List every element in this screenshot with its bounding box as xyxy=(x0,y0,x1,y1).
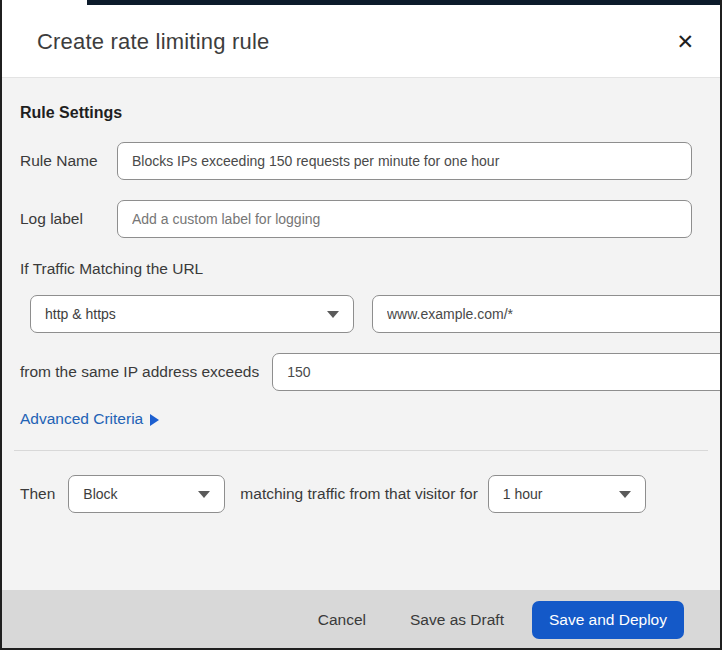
action-middle-label: matching traffic from that visitor for xyxy=(240,485,477,503)
log-label-label: Log label xyxy=(20,210,117,228)
rule-name-label: Rule Name xyxy=(20,152,117,170)
log-label-row: Log label xyxy=(20,200,692,238)
action-row: Then Block matching traffic from that vi… xyxy=(20,475,692,513)
save-and-deploy-button[interactable]: Save and Deploy xyxy=(532,601,684,639)
dialog-body: Rule Settings Rule Name Log label If Tra… xyxy=(2,78,720,590)
cancel-button[interactable]: Cancel xyxy=(318,603,366,637)
action-select-value: Block xyxy=(83,486,117,502)
save-as-draft-button[interactable]: Save as Draft xyxy=(410,603,504,637)
dialog-footer: Cancel Save as Draft Save and Deploy xyxy=(2,590,720,650)
advanced-criteria-label: Advanced Criteria xyxy=(20,410,143,428)
threshold-prefix-label: from the same IP address exceeds xyxy=(20,363,259,381)
page-background-strip xyxy=(87,0,720,5)
request-count-input[interactable] xyxy=(272,353,722,391)
url-pattern-input[interactable] xyxy=(372,295,722,333)
duration-select-value: 1 hour xyxy=(503,486,543,502)
scheme-select[interactable]: http & https xyxy=(30,295,354,333)
close-icon: ✕ xyxy=(676,30,694,53)
threshold-row: from the same IP address exceeds request… xyxy=(20,353,692,391)
rule-name-input[interactable] xyxy=(117,142,692,180)
dialog-header: Create rate limiting rule ✕ xyxy=(2,0,720,78)
action-select[interactable]: Block xyxy=(68,475,225,513)
chevron-down-icon xyxy=(327,311,339,318)
chevron-down-icon xyxy=(198,491,210,498)
traffic-match-row: http & https xyxy=(20,295,692,333)
section-divider xyxy=(14,450,708,451)
triangle-right-icon xyxy=(150,414,159,426)
scheme-select-value: http & https xyxy=(45,306,116,322)
action-prefix-label: Then xyxy=(20,485,55,503)
advanced-criteria-link[interactable]: Advanced Criteria xyxy=(20,410,159,428)
dialog-title: Create rate limiting rule xyxy=(37,29,269,55)
chevron-down-icon xyxy=(619,491,631,498)
rate-limit-dialog: Create rate limiting rule ✕ Rule Setting… xyxy=(0,0,722,650)
section-heading: Rule Settings xyxy=(20,104,692,122)
traffic-match-label: If Traffic Matching the URL xyxy=(20,260,692,278)
duration-select[interactable]: 1 hour xyxy=(488,475,646,513)
log-label-input[interactable] xyxy=(117,200,692,238)
close-button[interactable]: ✕ xyxy=(672,27,698,56)
rule-name-row: Rule Name xyxy=(20,142,692,180)
